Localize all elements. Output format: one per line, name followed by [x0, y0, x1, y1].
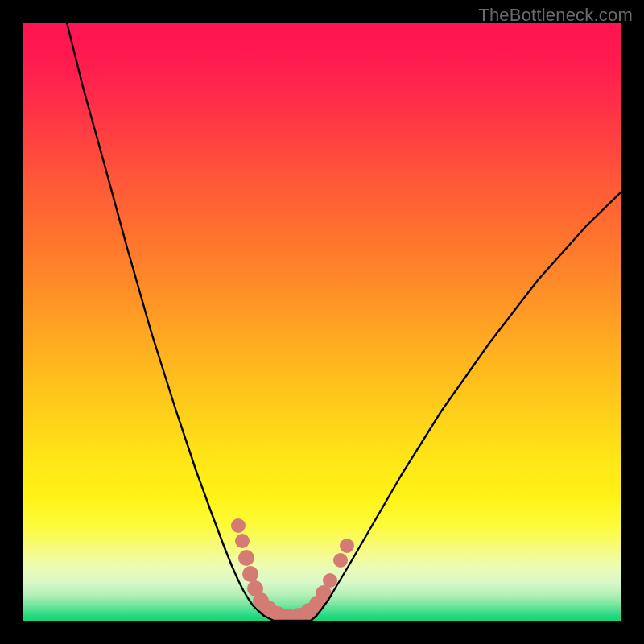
curve-layer: [23, 23, 621, 621]
data-marker: [238, 550, 254, 566]
data-marker: [333, 553, 348, 568]
data-marker: [340, 539, 354, 553]
plot-area: [23, 23, 621, 621]
bottleneck-curve: [67, 23, 621, 621]
data-marker: [235, 534, 250, 548]
data-marker: [231, 518, 246, 533]
data-marker: [242, 566, 258, 582]
data-markers: [231, 518, 354, 621]
data-marker: [323, 573, 337, 588]
chart-frame: TheBottleneck.com: [0, 0, 644, 644]
